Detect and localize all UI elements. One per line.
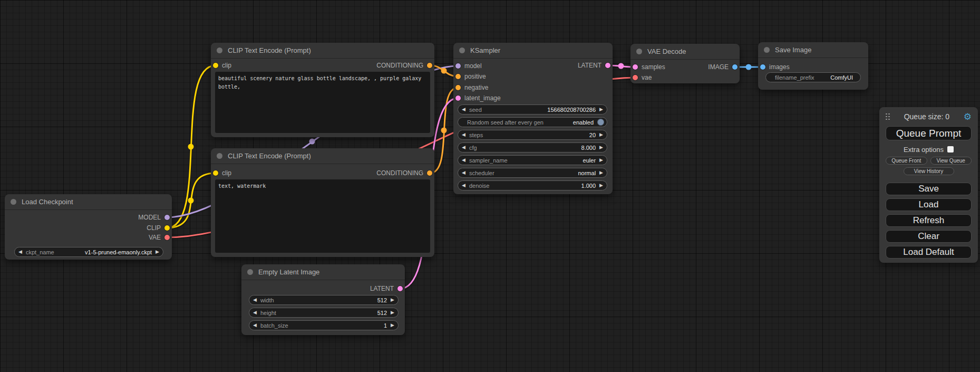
collapse-dot-icon[interactable]	[217, 47, 222, 53]
node-header[interactable]: VAE Decode	[630, 44, 740, 60]
decrement-arrow-icon[interactable]: ◀	[462, 145, 465, 150]
node-vae-decode[interactable]: VAE Decode samples vae IMAGE	[630, 44, 740, 83]
clip-port-icon[interactable]	[164, 225, 170, 231]
decrement-arrow-icon[interactable]: ◀	[253, 298, 257, 302]
node-clip-text-encode-positive[interactable]: CLIP Text Encode (Prompt) clip CONDITION…	[211, 43, 434, 137]
output-conditioning[interactable]: CONDITIONING	[376, 61, 432, 70]
filename-prefix-widget[interactable]: filename_prefix ComfyUI	[765, 72, 861, 82]
decrement-arrow-icon[interactable]: ◀	[253, 310, 257, 315]
decrement-arrow-icon[interactable]: ◀	[18, 250, 22, 254]
collapse-dot-icon[interactable]	[217, 153, 222, 159]
node-header[interactable]: Empty Latent Image	[241, 264, 405, 280]
image-port-icon[interactable]	[760, 64, 765, 70]
queue-front-button[interactable]: Queue Front	[886, 157, 927, 165]
collapse-dot-icon[interactable]	[636, 49, 642, 54]
denoise-widget[interactable]: ◀ denoise 1.000 ▶	[458, 180, 607, 190]
refresh-button[interactable]: Refresh	[886, 214, 972, 227]
scheduler-widget[interactable]: ◀ scheduler normal ▶	[458, 168, 607, 178]
prompt-text-field[interactable]: beautiful scenery nature glass bottle la…	[215, 72, 430, 133]
ckpt-name-widget[interactable]: ◀ ckpt_name v1-5-pruned-emaonly.ckpt ▶	[14, 247, 163, 257]
node-load-checkpoint[interactable]: Load Checkpoint MODEL CLIP VAE ◀ ckpt_na…	[5, 194, 172, 260]
conditioning-port-icon[interactable]	[427, 170, 432, 176]
increment-arrow-icon[interactable]: ▶	[156, 250, 159, 254]
view-history-button[interactable]: View History	[904, 167, 954, 175]
input-samples[interactable]: samples	[633, 63, 665, 71]
node-ksampler[interactable]: KSampler model positive negative latent_…	[453, 43, 613, 194]
latent-port-icon[interactable]	[633, 64, 638, 70]
output-latent[interactable]: LATENT	[578, 61, 610, 70]
drag-handle-icon[interactable]	[886, 113, 890, 120]
node-header[interactable]: CLIP Text Encode (Prompt)	[211, 43, 434, 59]
node-header[interactable]: Save Image	[758, 42, 868, 58]
cfg-widget[interactable]: ◀ cfg 8.000 ▶	[458, 142, 607, 152]
extra-options-checkbox[interactable]	[947, 146, 954, 152]
collapse-dot-icon[interactable]	[11, 199, 16, 205]
collapse-dot-icon[interactable]	[459, 47, 465, 53]
input-model[interactable]: model	[455, 62, 482, 70]
collapse-dot-icon[interactable]	[247, 269, 253, 275]
increment-arrow-icon[interactable]: ▶	[391, 298, 394, 302]
vae-port-icon[interactable]	[633, 75, 638, 80]
save-button[interactable]: Save	[886, 183, 972, 195]
input-negative[interactable]: negative	[455, 83, 488, 92]
decrement-arrow-icon[interactable]: ◀	[253, 323, 257, 328]
node-clip-text-encode-negative[interactable]: CLIP Text Encode (Prompt) clip CONDITION…	[211, 148, 434, 257]
load-default-button[interactable]: Load Default	[886, 246, 972, 259]
node-empty-latent-image[interactable]: Empty Latent Image LATENT ◀ width 512 ▶ …	[241, 264, 405, 335]
conditioning-port-icon[interactable]	[455, 85, 461, 90]
seed-widget[interactable]: ◀ seed 156680208700286 ▶	[458, 104, 607, 115]
latent-port-icon[interactable]	[605, 63, 610, 68]
width-widget[interactable]: ◀ width 512 ▶	[249, 295, 399, 305]
model-port-icon[interactable]	[455, 63, 461, 69]
vae-port-icon[interactable]	[164, 235, 170, 240]
clear-button[interactable]: Clear	[886, 230, 972, 243]
collapse-dot-icon[interactable]	[764, 47, 770, 53]
output-model[interactable]: MODEL	[138, 213, 170, 222]
clip-port-icon[interactable]	[213, 170, 218, 176]
load-button[interactable]: Load	[886, 198, 972, 211]
image-port-icon[interactable]	[732, 64, 738, 70]
increment-arrow-icon[interactable]: ▶	[599, 170, 603, 175]
decrement-arrow-icon[interactable]: ◀	[462, 132, 465, 137]
increment-arrow-icon[interactable]: ▶	[599, 107, 603, 112]
prompt-text-field[interactable]: text, watermark	[215, 179, 430, 253]
increment-arrow-icon[interactable]: ▶	[391, 323, 394, 328]
node-header[interactable]: CLIP Text Encode (Prompt)	[211, 148, 434, 164]
node-header[interactable]: KSampler	[453, 43, 613, 59]
queue-prompt-button[interactable]: Queue Prompt	[886, 126, 972, 140]
view-queue-button[interactable]: View Queue	[930, 157, 972, 165]
input-clip[interactable]: clip	[213, 169, 231, 177]
increment-arrow-icon[interactable]: ▶	[599, 183, 603, 188]
model-port-icon[interactable]	[164, 215, 170, 220]
output-vae[interactable]: VAE	[149, 233, 170, 242]
settings-gear-icon[interactable]: ⚙	[964, 112, 972, 121]
output-conditioning[interactable]: CONDITIONING	[376, 169, 432, 177]
output-latent[interactable]: LATENT	[370, 284, 403, 293]
height-widget[interactable]: ◀ height 512 ▶	[249, 308, 399, 318]
decrement-arrow-icon[interactable]: ◀	[462, 183, 465, 188]
increment-arrow-icon[interactable]: ▶	[391, 310, 394, 315]
node-graph-canvas[interactable]: Load Checkpoint MODEL CLIP VAE ◀ ckpt_na…	[0, 0, 980, 372]
sampler-name-widget[interactable]: ◀ sampler_name euler ▶	[458, 155, 607, 165]
clip-port-icon[interactable]	[213, 63, 218, 68]
input-positive[interactable]: positive	[455, 72, 486, 81]
latent-port-icon[interactable]	[397, 286, 403, 291]
toggle-dot-icon[interactable]	[597, 119, 604, 126]
input-latent-image[interactable]: latent_image	[455, 94, 501, 102]
conditioning-port-icon[interactable]	[427, 63, 432, 68]
increment-arrow-icon[interactable]: ▶	[599, 145, 603, 150]
increment-arrow-icon[interactable]: ▶	[599, 158, 603, 163]
conditioning-port-icon[interactable]	[455, 74, 461, 79]
input-images[interactable]: images	[760, 63, 790, 71]
decrement-arrow-icon[interactable]: ◀	[462, 107, 465, 112]
steps-widget[interactable]: ◀ steps 20 ▶	[458, 130, 607, 140]
input-clip[interactable]: clip	[213, 61, 231, 70]
output-image[interactable]: IMAGE	[708, 63, 738, 71]
latent-port-icon[interactable]	[455, 96, 461, 101]
decrement-arrow-icon[interactable]: ◀	[462, 170, 465, 175]
batch-size-widget[interactable]: ◀ batch_size 1 ▶	[249, 320, 399, 330]
input-vae[interactable]: vae	[633, 73, 652, 82]
node-save-image[interactable]: Save Image images filename_prefix ComfyU…	[758, 42, 868, 90]
random-seed-toggle-widget[interactable]: Random seed after every gen enabled	[458, 117, 607, 127]
node-header[interactable]: Load Checkpoint	[5, 194, 172, 210]
